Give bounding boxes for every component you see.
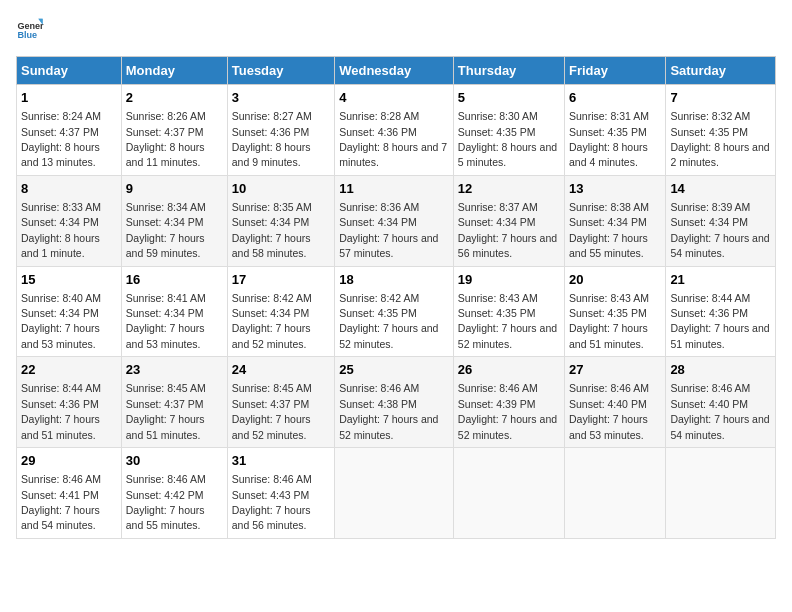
week-row-5: 29 Sunrise: 8:46 AM Sunset: 4:41 PM Dayl… bbox=[17, 448, 776, 539]
weekday-header-saturday: Saturday bbox=[666, 57, 776, 85]
sunrise-text: Sunrise: 8:24 AM bbox=[21, 110, 101, 122]
day-cell: 11 Sunrise: 8:36 AM Sunset: 4:34 PM Dayl… bbox=[335, 175, 454, 266]
day-cell: 7 Sunrise: 8:32 AM Sunset: 4:35 PM Dayli… bbox=[666, 85, 776, 176]
sunset-text: Sunset: 4:40 PM bbox=[670, 398, 748, 410]
sunset-text: Sunset: 4:34 PM bbox=[670, 216, 748, 228]
daylight-text: Daylight: 7 hours and 52 minutes. bbox=[458, 322, 557, 349]
day-number: 28 bbox=[670, 361, 771, 379]
daylight-text: Daylight: 7 hours and 56 minutes. bbox=[232, 504, 311, 531]
day-number: 3 bbox=[232, 89, 330, 107]
day-cell: 27 Sunrise: 8:46 AM Sunset: 4:40 PM Dayl… bbox=[565, 357, 666, 448]
daylight-text: Daylight: 7 hours and 52 minutes. bbox=[339, 413, 438, 440]
sunrise-text: Sunrise: 8:45 AM bbox=[232, 382, 312, 394]
sunrise-text: Sunrise: 8:35 AM bbox=[232, 201, 312, 213]
daylight-text: Daylight: 7 hours and 52 minutes. bbox=[232, 413, 311, 440]
week-row-2: 8 Sunrise: 8:33 AM Sunset: 4:34 PM Dayli… bbox=[17, 175, 776, 266]
sunrise-text: Sunrise: 8:26 AM bbox=[126, 110, 206, 122]
sunrise-text: Sunrise: 8:40 AM bbox=[21, 292, 101, 304]
daylight-text: Daylight: 8 hours and 5 minutes. bbox=[458, 141, 557, 168]
daylight-text: Daylight: 7 hours and 53 minutes. bbox=[126, 322, 205, 349]
sunrise-text: Sunrise: 8:44 AM bbox=[670, 292, 750, 304]
svg-text:Blue: Blue bbox=[17, 30, 37, 40]
day-cell: 10 Sunrise: 8:35 AM Sunset: 4:34 PM Dayl… bbox=[227, 175, 334, 266]
day-cell: 18 Sunrise: 8:42 AM Sunset: 4:35 PM Dayl… bbox=[335, 266, 454, 357]
daylight-text: Daylight: 8 hours and 2 minutes. bbox=[670, 141, 769, 168]
daylight-text: Daylight: 7 hours and 51 minutes. bbox=[21, 413, 100, 440]
sunset-text: Sunset: 4:34 PM bbox=[458, 216, 536, 228]
day-cell: 30 Sunrise: 8:46 AM Sunset: 4:42 PM Dayl… bbox=[121, 448, 227, 539]
daylight-text: Daylight: 7 hours and 57 minutes. bbox=[339, 232, 438, 259]
daylight-text: Daylight: 7 hours and 54 minutes. bbox=[670, 232, 769, 259]
day-cell: 12 Sunrise: 8:37 AM Sunset: 4:34 PM Dayl… bbox=[453, 175, 564, 266]
sunrise-text: Sunrise: 8:42 AM bbox=[232, 292, 312, 304]
sunrise-text: Sunrise: 8:46 AM bbox=[339, 382, 419, 394]
sunrise-text: Sunrise: 8:32 AM bbox=[670, 110, 750, 122]
day-number: 26 bbox=[458, 361, 560, 379]
daylight-text: Daylight: 8 hours and 11 minutes. bbox=[126, 141, 205, 168]
daylight-text: Daylight: 8 hours and 9 minutes. bbox=[232, 141, 311, 168]
daylight-text: Daylight: 8 hours and 1 minute. bbox=[21, 232, 100, 259]
sunset-text: Sunset: 4:35 PM bbox=[458, 307, 536, 319]
sunrise-text: Sunrise: 8:46 AM bbox=[232, 473, 312, 485]
day-number: 18 bbox=[339, 271, 449, 289]
sunrise-text: Sunrise: 8:42 AM bbox=[339, 292, 419, 304]
sunset-text: Sunset: 4:37 PM bbox=[232, 398, 310, 410]
sunrise-text: Sunrise: 8:37 AM bbox=[458, 201, 538, 213]
weekday-header-tuesday: Tuesday bbox=[227, 57, 334, 85]
day-cell: 17 Sunrise: 8:42 AM Sunset: 4:34 PM Dayl… bbox=[227, 266, 334, 357]
day-cell: 4 Sunrise: 8:28 AM Sunset: 4:36 PM Dayli… bbox=[335, 85, 454, 176]
day-cell: 15 Sunrise: 8:40 AM Sunset: 4:34 PM Dayl… bbox=[17, 266, 122, 357]
page-header: General Blue bbox=[16, 16, 776, 44]
sunrise-text: Sunrise: 8:38 AM bbox=[569, 201, 649, 213]
day-number: 29 bbox=[21, 452, 117, 470]
sunrise-text: Sunrise: 8:43 AM bbox=[458, 292, 538, 304]
day-cell: 26 Sunrise: 8:46 AM Sunset: 4:39 PM Dayl… bbox=[453, 357, 564, 448]
sunset-text: Sunset: 4:36 PM bbox=[670, 307, 748, 319]
day-number: 5 bbox=[458, 89, 560, 107]
day-cell: 29 Sunrise: 8:46 AM Sunset: 4:41 PM Dayl… bbox=[17, 448, 122, 539]
sunrise-text: Sunrise: 8:39 AM bbox=[670, 201, 750, 213]
day-number: 1 bbox=[21, 89, 117, 107]
day-number: 25 bbox=[339, 361, 449, 379]
day-number: 21 bbox=[670, 271, 771, 289]
day-number: 9 bbox=[126, 180, 223, 198]
daylight-text: Daylight: 7 hours and 52 minutes. bbox=[232, 322, 311, 349]
day-cell bbox=[453, 448, 564, 539]
sunset-text: Sunset: 4:35 PM bbox=[569, 307, 647, 319]
daylight-text: Daylight: 7 hours and 53 minutes. bbox=[569, 413, 648, 440]
day-cell: 3 Sunrise: 8:27 AM Sunset: 4:36 PM Dayli… bbox=[227, 85, 334, 176]
day-number: 14 bbox=[670, 180, 771, 198]
sunset-text: Sunset: 4:38 PM bbox=[339, 398, 417, 410]
daylight-text: Daylight: 7 hours and 55 minutes. bbox=[569, 232, 648, 259]
day-number: 22 bbox=[21, 361, 117, 379]
sunrise-text: Sunrise: 8:46 AM bbox=[458, 382, 538, 394]
sunset-text: Sunset: 4:36 PM bbox=[21, 398, 99, 410]
day-number: 11 bbox=[339, 180, 449, 198]
daylight-text: Daylight: 7 hours and 52 minutes. bbox=[458, 413, 557, 440]
sunrise-text: Sunrise: 8:27 AM bbox=[232, 110, 312, 122]
day-cell: 14 Sunrise: 8:39 AM Sunset: 4:34 PM Dayl… bbox=[666, 175, 776, 266]
daylight-text: Daylight: 8 hours and 4 minutes. bbox=[569, 141, 648, 168]
sunrise-text: Sunrise: 8:34 AM bbox=[126, 201, 206, 213]
sunset-text: Sunset: 4:36 PM bbox=[339, 126, 417, 138]
sunset-text: Sunset: 4:35 PM bbox=[670, 126, 748, 138]
sunrise-text: Sunrise: 8:41 AM bbox=[126, 292, 206, 304]
day-cell: 28 Sunrise: 8:46 AM Sunset: 4:40 PM Dayl… bbox=[666, 357, 776, 448]
day-number: 7 bbox=[670, 89, 771, 107]
sunset-text: Sunset: 4:36 PM bbox=[232, 126, 310, 138]
weekday-header-friday: Friday bbox=[565, 57, 666, 85]
sunset-text: Sunset: 4:35 PM bbox=[458, 126, 536, 138]
sunset-text: Sunset: 4:41 PM bbox=[21, 489, 99, 501]
sunrise-text: Sunrise: 8:43 AM bbox=[569, 292, 649, 304]
day-number: 17 bbox=[232, 271, 330, 289]
day-cell bbox=[666, 448, 776, 539]
day-number: 19 bbox=[458, 271, 560, 289]
day-cell: 22 Sunrise: 8:44 AM Sunset: 4:36 PM Dayl… bbox=[17, 357, 122, 448]
weekday-header-monday: Monday bbox=[121, 57, 227, 85]
weekday-header-thursday: Thursday bbox=[453, 57, 564, 85]
sunrise-text: Sunrise: 8:36 AM bbox=[339, 201, 419, 213]
day-cell bbox=[335, 448, 454, 539]
sunset-text: Sunset: 4:37 PM bbox=[21, 126, 99, 138]
day-cell: 9 Sunrise: 8:34 AM Sunset: 4:34 PM Dayli… bbox=[121, 175, 227, 266]
sunrise-text: Sunrise: 8:46 AM bbox=[670, 382, 750, 394]
